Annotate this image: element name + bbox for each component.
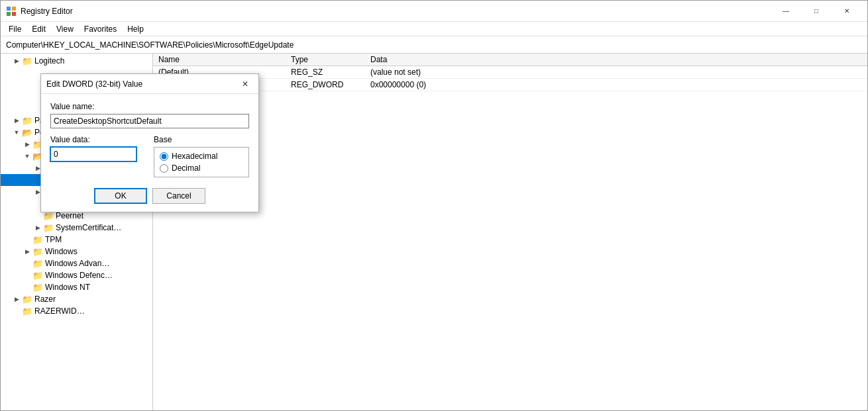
dialog-title-bar: Edit DWORD (32-bit) Value ✕: [41, 74, 258, 94]
col-header-name[interactable]: Name: [153, 54, 286, 66]
expand-razer[interactable]: ▶: [11, 294, 22, 304]
radio-hexadecimal-input[interactable]: [160, 152, 168, 161]
menu-help[interactable]: Help: [122, 23, 149, 35]
svg-rect-2: [7, 12, 11, 16]
base-section: Base Hexadecimal Decimal: [154, 135, 249, 177]
window-title: Registry Editor: [21, 7, 771, 16]
menu-view[interactable]: View: [51, 23, 79, 35]
folder-icon-policies: 📂: [22, 127, 32, 138]
radio-hexadecimal-label: Hexadecimal: [172, 152, 217, 161]
edit-dword-dialog: Edit DWORD (32-bit) Value ✕ Value name: …: [40, 73, 259, 212]
value-data-label: Value data:: [50, 135, 146, 144]
row1-data: (value not set): [365, 66, 867, 79]
value-data-input[interactable]: [50, 147, 136, 161]
tree-item-tpm[interactable]: 📁 TPM: [1, 234, 152, 246]
ok-button[interactable]: OK: [94, 188, 147, 204]
svg-rect-1: [12, 7, 16, 11]
expand-policies[interactable]: ▼: [11, 127, 22, 138]
menu-edit[interactable]: Edit: [27, 23, 51, 35]
address-bar: Computer\HKEY_LOCAL_MACHINE\SOFTWARE\Pol…: [1, 36, 867, 54]
tree-item-razer[interactable]: ▶ 📁 Razer: [1, 293, 152, 305]
dialog-body: Value name: Value data: Base: [41, 94, 258, 212]
radio-hexadecimal[interactable]: Hexadecimal: [160, 152, 243, 161]
menu-bar: File Edit View Favorites Help: [1, 22, 867, 36]
folder-icon-razer: 📁: [22, 294, 32, 304]
folder-icon-partner: 📁: [22, 115, 32, 126]
registry-editor-window: Registry Editor — □ ✕ File Edit View Fav…: [0, 0, 868, 411]
row2-type: REG_DWORD: [286, 79, 365, 91]
col-header-data[interactable]: Data: [365, 54, 867, 66]
expand-microsoft[interactable]: ▼: [22, 151, 32, 161]
row1-type: REG_SZ: [286, 66, 365, 79]
window-controls: — □ ✕: [771, 1, 862, 22]
folder-icon-windows-nt: 📁: [32, 282, 43, 293]
tree-item-systemcert[interactable]: ▶ 📁 SystemCertificat…: [1, 222, 152, 234]
tree-label-windows-adv: Windows Advan…: [45, 259, 109, 268]
expand-systemcert[interactable]: ▶: [32, 222, 43, 233]
expand-logitech[interactable]: ▶: [11, 56, 22, 66]
col-header-type[interactable]: Type: [286, 54, 365, 66]
tree-label-razer: Razer: [34, 295, 56, 304]
table-row[interactable]: (Default) REG_DWORD 0x00000000 (0): [153, 79, 867, 91]
expand-partner[interactable]: ▶: [11, 115, 22, 126]
tree-item-razerwid[interactable]: 📁 RAZERWID…: [1, 305, 152, 317]
svg-rect-3: [12, 12, 16, 16]
address-path: Computer\HKEY_LOCAL_MACHINE\SOFTWARE\Pol…: [6, 40, 294, 50]
dialog-buttons: OK Cancel: [50, 188, 249, 204]
folder-icon-logitech: 📁: [22, 56, 32, 66]
dialog-title: Edit DWORD (32-bit) Value: [46, 79, 237, 89]
radio-decimal-input[interactable]: [160, 164, 168, 173]
expand-adobe[interactable]: ▶: [22, 139, 32, 150]
tree-label-peernet: Peernet: [56, 211, 83, 220]
radio-group: Hexadecimal Decimal: [154, 147, 249, 177]
app-icon: [6, 6, 17, 17]
menu-favorites[interactable]: Favorites: [79, 23, 122, 35]
detail-pane: Name Type Data (Default) REG_SZ (value n…: [153, 54, 867, 410]
row2-data: 0x00000000 (0): [365, 79, 867, 91]
folder-icon-windows: 📁: [32, 246, 43, 257]
value-data-row: Value data: Base Hexadecimal: [50, 135, 249, 177]
tree-label-windows: Windows: [45, 247, 78, 256]
value-name-label: Value name:: [50, 102, 249, 111]
registry-table: Name Type Data (Default) REG_SZ (value n…: [153, 54, 867, 91]
close-button[interactable]: ✕: [832, 1, 862, 22]
folder-icon-windows-def: 📁: [32, 270, 43, 281]
tree-label-systemcert: SystemCertificat…: [56, 223, 121, 232]
folder-icon-windows-adv: 📁: [32, 258, 43, 269]
table-row[interactable]: (Default) REG_SZ (value not set): [153, 66, 867, 79]
radio-decimal[interactable]: Decimal: [160, 163, 243, 173]
tree-label-logitech: Logitech: [34, 56, 64, 66]
tree-item-windows-nt[interactable]: 📁 Windows NT: [1, 281, 152, 293]
tree-item-windows-adv[interactable]: 📁 Windows Advan…: [1, 257, 152, 269]
value-data-section: Value data:: [50, 135, 146, 177]
tree-item-logitech[interactable]: ▶ 📁 Logitech: [1, 55, 152, 67]
base-label: Base: [154, 135, 249, 144]
cancel-button[interactable]: Cancel: [152, 188, 205, 204]
svg-rect-0: [7, 7, 11, 11]
maximize-button[interactable]: □: [801, 1, 832, 22]
tree-label-windows-nt: Windows NT: [45, 283, 90, 292]
dialog-close-button[interactable]: ✕: [237, 76, 253, 92]
title-bar: Registry Editor — □ ✕: [1, 1, 867, 22]
tree-label-tpm: TPM: [45, 235, 62, 244]
main-content: ▶ 📁 Logitech ▶ 📁 Partner ▼ 📂 Policies: [1, 54, 867, 410]
tree-item-windows-def[interactable]: 📁 Windows Defenc…: [1, 269, 152, 281]
folder-icon-tpm: 📁: [32, 234, 43, 245]
tree-item-windows[interactable]: ▶ 📁 Windows: [1, 246, 152, 257]
expand-windows[interactable]: ▶: [22, 246, 32, 257]
tree-label-windows-def: Windows Defenc…: [45, 271, 113, 280]
tree-label-razerwid: RAZERWID…: [34, 306, 85, 316]
folder-icon-razerwid: 📁: [22, 306, 32, 316]
radio-decimal-label: Decimal: [172, 163, 200, 173]
value-name-input[interactable]: [50, 114, 249, 128]
folder-icon-systemcert: 📁: [43, 222, 54, 233]
minimize-button[interactable]: —: [771, 1, 801, 22]
menu-file[interactable]: File: [3, 23, 27, 35]
